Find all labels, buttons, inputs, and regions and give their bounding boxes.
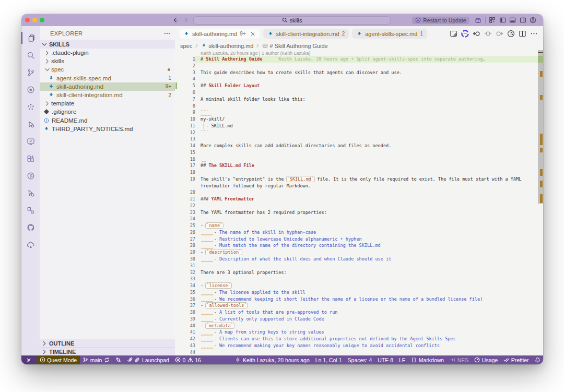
tree-item-skill-authoring.md[interactable]: skill-authoring.md9+	[40, 82, 175, 91]
section-header-timeline[interactable]: TIMELINE	[40, 347, 175, 355]
navigate-back-icon[interactable]	[172, 17, 179, 23]
traffic-light-minimize[interactable]	[32, 18, 37, 22]
activity-bar-item-search[interactable]	[21, 46, 40, 64]
activity-bar-item-live-preview[interactable]	[21, 133, 40, 150]
status-item-ln-1-col-1[interactable]: Ln 1, Col 1	[312, 355, 345, 364]
code-line-30[interactable]: 30 - Description of what the skill does …	[175, 256, 543, 263]
status-item-bell-icon[interactable]	[532, 355, 543, 364]
code-line-4[interactable]: 4	[175, 76, 543, 82]
status-item-quest-mode[interactable]: Quest Mode	[37, 355, 80, 364]
activity-bar-item-run-play[interactable]	[21, 115, 40, 133]
activity-bar-item-extension-dots[interactable]	[21, 98, 40, 115]
tab-skill-authoring.md[interactable]: skill-authoring.md9+	[179, 29, 260, 39]
activity-bar-item-extensions[interactable]	[21, 150, 40, 167]
tree-item-spec[interactable]: spec	[40, 65, 175, 74]
code-line-43[interactable]: 43 - We recommend making your key names …	[175, 342, 543, 349]
code-line-8[interactable]: 8	[175, 103, 543, 110]
status-item-markdown[interactable]: Markdown	[408, 355, 447, 364]
tree-item-skill-client-integration.md[interactable]: skill-client-integration.md2	[40, 91, 175, 99]
run-circle-icon[interactable]	[507, 30, 515, 38]
status-item-lf[interactable]: LF	[396, 355, 408, 364]
code-line-22[interactable]: 22	[175, 203, 543, 209]
code-line-31[interactable]: 31	[175, 263, 543, 269]
code-line-34[interactable]: 34- `license`	[175, 282, 543, 289]
traffic-light-maximize[interactable]	[40, 18, 44, 22]
activity-bar-item-circle-play[interactable]	[21, 167, 40, 184]
code-line-3[interactable]: 3This guide describes how to create skil…	[175, 69, 543, 76]
overview-ruler-scrollbar[interactable]	[538, 50, 544, 355]
section-header-skills[interactable]: SKILLS	[40, 40, 175, 49]
toggle-panel-right-icon[interactable]	[520, 17, 526, 23]
tree-item-agent-skills-spec.md[interactable]: agent-skills-spec.md1	[40, 74, 175, 82]
code-line-6[interactable]: 6	[175, 89, 543, 96]
breadcrumb-item[interactable]: # Skill Authoring Guide	[269, 43, 327, 49]
status-item-0[interactable]: 016	[172, 355, 204, 364]
tab-agent-skills-spec.md[interactable]: agent-skills-spec.md1	[352, 29, 427, 39]
code-line-12[interactable]: 12```	[175, 129, 543, 136]
code-line-41[interactable]: 41 - A map from string keys to string va…	[175, 329, 543, 336]
more-actions-icon[interactable]	[530, 30, 538, 38]
activity-bar-item-github[interactable]	[21, 219, 40, 236]
title-bar[interactable]: skills Restart to Update	[21, 14, 543, 26]
tree-item-template[interactable]: template	[40, 99, 175, 108]
toggle-panel-bottom-icon[interactable]	[509, 17, 516, 23]
code-line-35[interactable]: 35 - The license applied to the skill	[175, 289, 543, 296]
status-item-nes[interactable]: NES	[447, 355, 472, 364]
section-header-outline[interactable]: OUTLINE	[40, 339, 175, 347]
status-item-git-graph-icon[interactable]	[112, 355, 124, 364]
open-preview-icon[interactable]	[450, 30, 457, 38]
code-line-32[interactable]: 32There are 3 optional properties:	[175, 269, 543, 276]
editor-code-area[interactable]: Keith Lazuka, 20 hours ago | 1 author (K…	[175, 50, 543, 355]
code-line-29[interactable]: 29- `description`	[175, 249, 543, 256]
code-line-27[interactable]: 27 - Restricted to lowercase Unicode alp…	[175, 236, 543, 243]
code-line-24[interactable]: 24	[175, 216, 543, 222]
code-line-38[interactable]: 38 - A list of tools that are pre-approv…	[175, 309, 543, 316]
restart-to-update-button[interactable]: Restart to Update	[412, 17, 469, 24]
code-line-13[interactable]: 13	[175, 136, 543, 142]
code-line-1[interactable]: 1# Skill Authoring Guide Keith Lazuka, 2…	[175, 56, 543, 63]
code-line-17[interactable]: 17## The SKILL.md File	[175, 162, 543, 169]
tree-item-.claude-plugin[interactable]: .claude-plugin	[40, 49, 175, 57]
tree-item-README.md[interactable]: README.md	[40, 116, 175, 125]
activity-bar-item-source-control[interactable]	[21, 64, 40, 81]
code-line-7[interactable]: 7A minimal skill folder looks like this:	[175, 96, 543, 103]
code-line-42[interactable]: 42 - Clients can use this to store addit…	[175, 336, 543, 342]
close-icon[interactable]	[250, 31, 256, 37]
activity-bar-item-references[interactable]	[21, 201, 40, 219]
breadcrumb[interactable]: specskill-authoring.md# Skill Authoring …	[175, 41, 543, 50]
prev-change-icon[interactable]	[473, 30, 480, 38]
copilot-icon[interactable]	[461, 30, 469, 38]
code-line-33[interactable]: 33	[175, 276, 543, 282]
command-center-search[interactable]: skills	[193, 16, 391, 25]
breadcrumb-item[interactable]: skill-authoring.md	[208, 43, 253, 49]
code-line-15[interactable]: 15	[175, 149, 543, 156]
code-line-16[interactable]: 16	[175, 156, 543, 163]
code-line-37[interactable]: 37- `allowed-tools`	[175, 302, 543, 309]
tree-item-THIRD_PARTY_NOTICES.md[interactable]: THIRD_PARTY_NOTICES.md	[40, 125, 175, 133]
code-line-36[interactable]: 36 - We recommend keeping it short (eith…	[175, 296, 543, 303]
code-line-14[interactable]: 14More complex skills can add additional…	[175, 142, 543, 149]
code-line-23[interactable]: 23The YAML frontmatter has 2 required pr…	[175, 209, 543, 216]
status-item-main[interactable]: main	[80, 355, 113, 364]
code-line-wrap[interactable]: frontmatter followed by regular Markdown…	[175, 183, 543, 189]
breadcrumb-item[interactable]: spec	[180, 43, 192, 49]
tab-skill-client-integration.md[interactable]: skill-client-integration.md2	[263, 29, 349, 39]
code-line-25[interactable]: 25- `name`	[175, 222, 543, 229]
code-line-26[interactable]: 26 - The name of the skill in hyphen-cas…	[175, 229, 543, 236]
change-icon[interactable]	[484, 30, 492, 38]
activity-bar-item-remote-cloud[interactable]	[21, 236, 40, 253]
status-item-usage[interactable]: Usage	[472, 355, 501, 364]
status-item-launchpad[interactable]: Launchpad	[124, 355, 172, 364]
traffic-light-close[interactable]	[25, 18, 30, 22]
tree-item-.gitignore[interactable]: .gitignore	[40, 108, 175, 116]
code-line-20[interactable]: 20	[175, 189, 543, 196]
code-line-19[interactable]: 19The skill's "entrypoint" is the `SKILL…	[175, 176, 543, 183]
code-line-21[interactable]: 21### YAML Frontmatter	[175, 196, 543, 203]
code-line-2[interactable]: 2	[175, 63, 543, 69]
code-line-28[interactable]: 28 - Must match the name of the director…	[175, 242, 543, 249]
code-line-5[interactable]: 5## Skill Folder Layout	[175, 82, 543, 89]
status-item-spaces-4[interactable]: Spaces: 4	[345, 355, 375, 364]
status-item-utf-8[interactable]: UTF-8	[375, 355, 396, 364]
status-item-prettier[interactable]: Prettier	[501, 355, 532, 364]
code-line-10[interactable]: 10my-skill/	[175, 116, 543, 123]
